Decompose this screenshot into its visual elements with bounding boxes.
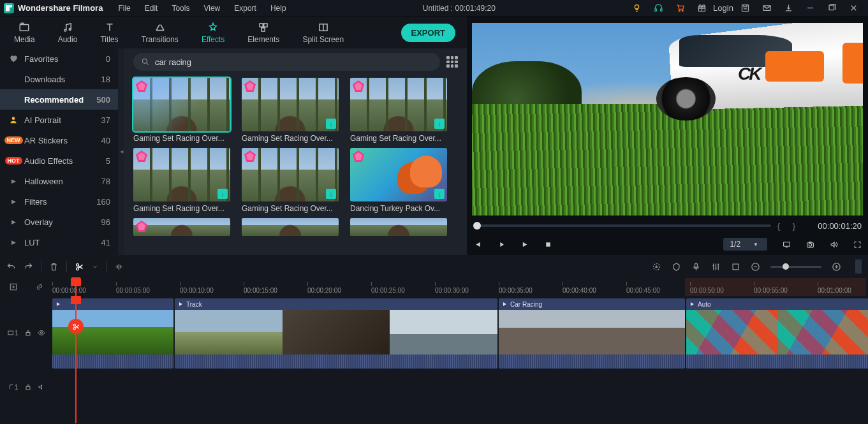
sidebar-item-filters[interactable]: ▶Filters160 xyxy=(0,191,118,212)
split-icon[interactable] xyxy=(75,262,84,272)
headphones-icon[interactable] xyxy=(647,0,669,17)
fullscreen-icon[interactable] xyxy=(853,240,862,249)
zoom-slider[interactable] xyxy=(770,266,821,268)
zoom-thumb[interactable] xyxy=(783,263,789,270)
download-badge-icon[interactable] xyxy=(217,189,228,199)
menu-export[interactable]: Export xyxy=(228,1,263,15)
range-brackets-icon[interactable]: { } xyxy=(777,221,800,231)
grid-view-icon[interactable] xyxy=(446,56,458,68)
sidebar-item-audio-effects[interactable]: HOTAudio Effects5 xyxy=(0,150,118,171)
chevron-down-icon[interactable] xyxy=(92,262,98,272)
save-icon[interactable] xyxy=(734,0,756,17)
search-box[interactable] xyxy=(133,53,440,71)
menu-tools[interactable]: Tools xyxy=(165,1,196,15)
tips-icon[interactable] xyxy=(626,0,647,17)
audio-wave-icon[interactable] xyxy=(114,262,124,272)
playhead[interactable] xyxy=(75,296,77,423)
mixer-icon[interactable] xyxy=(711,262,721,272)
sidebar-item-downloads[interactable]: Downloads18 xyxy=(0,69,118,89)
tab-split-screen[interactable]: Split Screen xyxy=(291,17,355,48)
preview-zoom-select[interactable]: 1/2▼ xyxy=(723,238,767,251)
sidebar-item-overlay[interactable]: ▶Overlay96 xyxy=(0,212,118,232)
effect-item[interactable] xyxy=(242,218,339,236)
delete-icon[interactable] xyxy=(49,262,59,272)
ruler-track[interactable]: 00:00:00:0000:00:05:0000:00:10:0000:00:1… xyxy=(52,278,868,296)
link-icon[interactable] xyxy=(35,282,44,291)
download-icon[interactable] xyxy=(777,0,799,17)
download-badge-icon[interactable] xyxy=(326,119,336,129)
stop-icon[interactable] xyxy=(544,240,552,249)
effect-item[interactable]: Gaming Set Racing Over... xyxy=(133,78,230,143)
volume-icon[interactable] xyxy=(830,240,838,249)
mail-icon[interactable] xyxy=(756,0,777,17)
playhead-ruler[interactable] xyxy=(75,278,77,296)
track-lanes[interactable]: TrackCar RacingAuto xyxy=(52,296,868,424)
video-track-header[interactable]: 1 xyxy=(0,296,52,370)
export-button[interactable]: EXPORT xyxy=(401,24,455,42)
gift-icon[interactable] xyxy=(691,0,712,17)
eye-icon[interactable] xyxy=(38,329,45,337)
tab-elements[interactable]: Elements xyxy=(236,17,291,48)
playhead-split-icon[interactable] xyxy=(68,319,84,334)
playhead-handle[interactable] xyxy=(71,296,81,304)
preview-viewport[interactable]: CK xyxy=(472,23,863,216)
cart-icon[interactable] xyxy=(669,0,691,17)
timeline-ruler[interactable]: 00:00:00:0000:00:05:0000:00:10:0000:00:1… xyxy=(0,278,868,296)
effect-item[interactable] xyxy=(133,218,230,236)
effect-item[interactable]: Gaming Set Racing Over... xyxy=(242,148,339,213)
redo-icon[interactable] xyxy=(24,262,33,272)
login-button[interactable]: Login xyxy=(712,0,734,17)
timeline-clip[interactable]: Track xyxy=(175,298,497,369)
record-vo-icon[interactable] xyxy=(691,262,701,272)
timeline-clip[interactable] xyxy=(52,298,173,369)
marker-icon[interactable] xyxy=(672,262,681,272)
tab-media[interactable]: Media xyxy=(3,17,47,48)
sidebar-item-lut[interactable]: ▶LUT41 xyxy=(0,232,118,252)
zoom-out-icon[interactable] xyxy=(751,262,760,272)
play-icon[interactable] xyxy=(520,240,529,249)
menu-help[interactable]: Help xyxy=(264,1,293,15)
sidebar-item-halloween[interactable]: ▶Halloween78 xyxy=(0,171,118,191)
render-icon[interactable] xyxy=(652,262,661,272)
crop-icon[interactable] xyxy=(731,262,740,272)
menu-view[interactable]: View xyxy=(197,1,226,15)
timeline-clip[interactable]: Car Racing xyxy=(499,298,685,369)
lock-icon[interactable] xyxy=(24,329,32,337)
tab-audio[interactable]: Audio xyxy=(47,17,89,48)
sidebar-item-ar-stickers[interactable]: NEWAR Stickers40 xyxy=(0,130,118,150)
audio-track-header[interactable]: 1 xyxy=(0,372,52,402)
play-pause-icon[interactable] xyxy=(497,240,505,249)
effect-item[interactable]: Dancing Turkey Pack Ov... xyxy=(350,148,447,213)
tab-titles[interactable]: Titles xyxy=(89,17,129,48)
scrubber-thumb[interactable] xyxy=(473,222,481,230)
preview-scrubber[interactable] xyxy=(473,224,771,227)
speaker-icon[interactable] xyxy=(38,383,45,391)
tab-effects[interactable]: Effects xyxy=(190,17,236,48)
maximize-icon[interactable] xyxy=(821,0,842,17)
download-badge-icon[interactable] xyxy=(434,119,445,129)
menu-edit[interactable]: Edit xyxy=(138,1,165,15)
effect-item[interactable] xyxy=(350,218,447,236)
sidebar-collapse[interactable] xyxy=(118,48,124,255)
menu-file[interactable]: File xyxy=(112,1,136,15)
effect-item[interactable]: Gaming Set Racing Over... xyxy=(242,78,339,143)
prev-frame-icon[interactable] xyxy=(473,240,482,249)
zoom-in-icon[interactable] xyxy=(832,262,841,272)
effect-item[interactable]: Gaming Set Racing Over... xyxy=(133,148,230,213)
download-badge-icon[interactable] xyxy=(434,189,445,199)
timeline-clip[interactable]: Auto xyxy=(686,298,868,369)
download-badge-icon[interactable] xyxy=(326,189,336,199)
zoom-fit-icon[interactable] xyxy=(855,260,862,274)
sidebar-item-ai-portrait[interactable]: AI Portrait37 xyxy=(0,110,118,130)
display-icon[interactable] xyxy=(783,240,791,249)
undo-icon[interactable] xyxy=(6,262,16,272)
search-input[interactable] xyxy=(155,57,432,67)
effect-item[interactable]: Gaming Set Racing Over... xyxy=(350,78,447,143)
add-track-icon[interactable] xyxy=(9,282,18,291)
lock-icon[interactable] xyxy=(24,383,32,391)
sidebar-item-recommended[interactable]: Recommended500 xyxy=(0,89,118,110)
close-icon[interactable] xyxy=(842,0,864,17)
snapshot-icon[interactable] xyxy=(806,240,814,249)
tab-transitions[interactable]: Transitions xyxy=(130,17,190,48)
sidebar-item-favorites[interactable]: Favorites0 xyxy=(0,48,118,69)
